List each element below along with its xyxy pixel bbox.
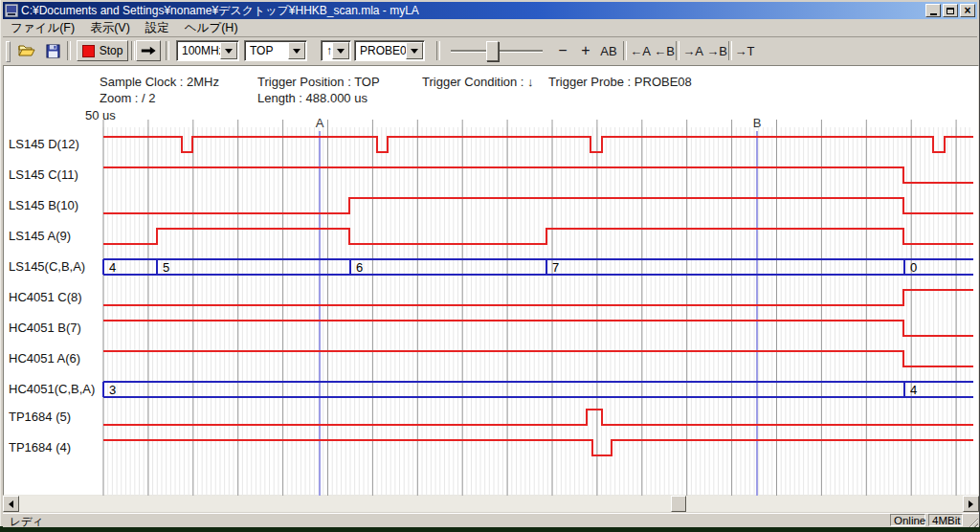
- trigger-position-text: Trigger Position : TOP: [257, 75, 380, 89]
- toolbar-separator: [728, 41, 732, 60]
- channel-label: TP1684 (4): [9, 440, 100, 455]
- toolbar-separator: [166, 41, 169, 60]
- goto-b-right-button[interactable]: →B: [705, 40, 728, 61]
- chevron-down-icon[interactable]: [332, 42, 349, 59]
- stop-button[interactable]: Stop: [77, 40, 128, 61]
- channel-label: LS145 A(9): [9, 229, 100, 244]
- trigger-position-select[interactable]: TOP: [244, 40, 307, 61]
- channel-label: HC4051(C,B,A): [9, 382, 100, 397]
- run-button[interactable]: [136, 40, 161, 61]
- menu-bar: ファイル(F) 表示(V) 設定 ヘルプ(H): [3, 20, 977, 36]
- waveform-panel[interactable]: [3, 65, 979, 496]
- trigger-position-value: TOP: [250, 44, 273, 57]
- menu-item-help[interactable]: ヘルプ(H): [177, 19, 246, 37]
- trigger-edge-select[interactable]: ↑: [321, 40, 351, 61]
- chevron-down-icon[interactable]: [220, 42, 237, 59]
- trigger-probe-select[interactable]: PROBE00: [354, 40, 425, 61]
- menu-item-view[interactable]: 表示(V): [82, 19, 138, 37]
- scroll-left-icon: [9, 500, 13, 508]
- channel-label: LS145 C(11): [9, 167, 100, 183]
- ab-markers-button[interactable]: AB: [596, 40, 621, 61]
- channel-label: LS145 B(10): [9, 198, 100, 213]
- chevron-down-icon[interactable]: [406, 42, 423, 59]
- channel-label: TP1684 (5): [9, 410, 100, 425]
- toolbar-separator: [131, 41, 135, 60]
- goto-a-right-button[interactable]: →A: [681, 40, 704, 61]
- window-title: C:¥Documents and Settings¥noname¥デスクトップ¥…: [21, 3, 419, 19]
- toolbar-gripper[interactable]: [6, 41, 11, 62]
- toolbar: Stop 100MHz TOP ↑ PROBE00 −: [3, 38, 977, 64]
- minimize-button[interactable]: [925, 4, 941, 17]
- channel-label: LS145(C,B,A): [9, 259, 100, 275]
- open-folder-icon: [18, 44, 35, 57]
- close-button[interactable]: ×: [960, 4, 975, 17]
- sample-rate-select[interactable]: 100MHz: [176, 40, 239, 61]
- stop-icon: [82, 45, 95, 57]
- scrollbar-thumb[interactable]: [671, 496, 686, 512]
- goto-b-left-button[interactable]: ←B: [653, 40, 676, 61]
- stop-button-label: Stop: [100, 44, 123, 57]
- channel-label: HC4051 C(8): [9, 290, 100, 305]
- scroll-right-button[interactable]: [963, 496, 979, 512]
- status-online-badge: Online: [890, 514, 925, 526]
- goto-a-left-button[interactable]: ←A: [629, 40, 652, 61]
- toolbar-separator: [67, 41, 71, 60]
- menu-item-settings[interactable]: 設定: [138, 19, 177, 37]
- sample-rate-value: 100MHz: [182, 44, 225, 57]
- app-icon: [5, 4, 18, 17]
- status-memory-badge: 4MBit: [928, 514, 963, 526]
- menu-item-file[interactable]: ファイル(F): [3, 19, 82, 37]
- zoom-text: Zoom : / 2: [100, 91, 156, 105]
- zoom-slider[interactable]: [449, 40, 545, 61]
- open-file-button[interactable]: [15, 40, 38, 61]
- sample-clock-text: Sample Clock : 2MHz: [100, 75, 219, 89]
- title-bar[interactable]: C:¥Documents and Settings¥noname¥デスクトップ¥…: [3, 2, 977, 19]
- floppy-disk-icon: [46, 44, 60, 58]
- channel-label: HC4051 B(7): [9, 321, 100, 336]
- zoom-out-button[interactable]: −: [552, 40, 573, 61]
- horizontal-scrollbar[interactable]: [3, 496, 979, 512]
- scroll-right-icon: [969, 500, 973, 508]
- minimize-icon: [930, 13, 937, 15]
- status-ready-text: レディ: [10, 515, 43, 529]
- close-icon: ×: [964, 6, 970, 15]
- status-bar: レディ Online 4MBit: [3, 513, 979, 527]
- trigger-condition-text: Trigger Condition : ↓: [422, 75, 534, 89]
- trigger-probe-text: Trigger Probe : PROBE08: [548, 75, 692, 89]
- resize-grip-icon[interactable]: [967, 516, 978, 527]
- maximize-button[interactable]: [943, 4, 958, 17]
- goto-trigger-button[interactable]: →T: [733, 40, 756, 61]
- length-text: Length : 488.000 us: [257, 91, 368, 105]
- zoom-slider-thumb[interactable]: [486, 41, 499, 61]
- application-window: C:¥Documents and Settings¥noname¥デスクトップ¥…: [0, 0, 980, 526]
- channel-label: LS145 D(12): [9, 137, 100, 152]
- timebase-label: 50 us: [85, 108, 116, 122]
- toolbar-separator: [676, 41, 679, 60]
- toolbar-separator: [436, 41, 440, 60]
- scroll-left-button[interactable]: [3, 496, 19, 512]
- zoom-in-button[interactable]: +: [575, 40, 596, 61]
- toolbar-separator: [623, 41, 627, 60]
- run-arrow-icon: [140, 45, 157, 56]
- channel-label: HC4051 A(6): [9, 351, 100, 366]
- maximize-icon: [947, 8, 954, 14]
- chevron-down-icon[interactable]: [288, 42, 305, 59]
- save-file-button[interactable]: [41, 40, 64, 61]
